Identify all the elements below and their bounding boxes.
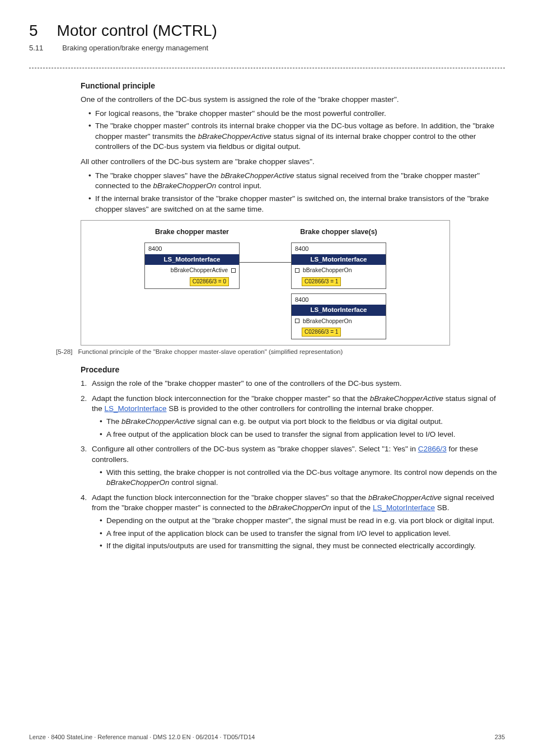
- text-italic: bBrakeChopperActive: [368, 493, 442, 502]
- text: SB.: [435, 503, 449, 512]
- text: With this setting, the brake chopper is …: [106, 468, 497, 477]
- text: signal can e.g. be output via port block…: [195, 417, 443, 426]
- section-title: Braking operation/brake energy managemen…: [62, 43, 208, 53]
- diagram-title-master: Brake chopper master: [155, 227, 229, 237]
- sub-bullet-list: With this setting, the brake chopper is …: [92, 468, 503, 488]
- section-header: 5.11 Braking operation/brake energy mana…: [29, 43, 505, 53]
- text: Configure all other controllers of the D…: [92, 445, 418, 453]
- ls-motorinterface-label: LS_MotorInterface: [145, 254, 239, 265]
- ls-motorinterface-label: LS_MotorInterface: [292, 254, 386, 265]
- device-label: 8400: [295, 245, 382, 253]
- port-icon: [295, 268, 299, 273]
- list-item: With this setting, the brake chopper is …: [100, 468, 503, 488]
- heading-functional-principle: Functional principle: [81, 81, 503, 91]
- list-item: Depending on the output at the "brake ch…: [100, 516, 503, 526]
- text-italic: bBrakeChopperOn: [268, 503, 331, 512]
- text: Adapt the function block interconnection…: [92, 493, 368, 502]
- list-item: The "brake chopper slaves" have the bBra…: [88, 171, 503, 192]
- list-number: 4.: [81, 493, 87, 503]
- port-icon: [295, 319, 299, 323]
- caption-number: [5-28]: [56, 348, 72, 357]
- text-italic: bBrakeChopperActive: [221, 171, 294, 180]
- link-ls-motorinterface[interactable]: LS_MotorInterface: [373, 503, 435, 512]
- text-italic: bBrakeChopperActive: [121, 417, 195, 426]
- diagram-title-slave: Brake chopper slave(s): [300, 227, 377, 237]
- paragraph: All other controllers of the DC-bus syst…: [81, 157, 503, 167]
- list-item: If the digital inputs/outputs are used f…: [100, 541, 503, 552]
- figure-caption: [5-28] Functional principle of the "Brak…: [81, 348, 503, 357]
- text: input of the: [331, 503, 373, 512]
- page-content: Functional principle One of the controll…: [29, 81, 505, 552]
- link-ls-motorinterface[interactable]: LS_MotorInterface: [105, 404, 167, 413]
- page-footer: Lenze · 8400 StateLine · Reference manua…: [29, 733, 505, 741]
- list-item: 3. Configure all other controllers of th…: [81, 444, 503, 488]
- link-c2866-3[interactable]: C2866/3: [418, 445, 447, 453]
- list-item: The bBrakeChopperActive signal can e.g. …: [100, 417, 503, 427]
- text-italic: bBrakeChopperOn: [106, 478, 170, 487]
- text: SB is provided to the other controllers …: [167, 404, 434, 413]
- code-tag: C02866/3 = 0: [190, 277, 229, 286]
- page-header: 5 Motor control (MCTRL): [29, 20, 505, 42]
- chapter-number: 5: [29, 20, 38, 42]
- diagram-col-slaves: Brake chopper slave(s) 8400 LS_MotorInte…: [291, 227, 386, 339]
- diagram-block-slave: 8400 LS_MotorInterface bBrakeChopperOn C…: [291, 293, 386, 339]
- page-number: 235: [495, 733, 505, 741]
- list-item: For logical reasons, the "brake chopper …: [88, 109, 503, 119]
- sub-bullet-list: The bBrakeChopperActive signal can e.g. …: [92, 417, 503, 440]
- device-label: 8400: [295, 296, 382, 304]
- list-item: The "brake chopper master" controls its …: [88, 121, 503, 152]
- list-number: 3.: [81, 444, 87, 455]
- code-tag: C02866/3 = 1: [302, 328, 341, 337]
- text: Adapt the function block interconnection…: [92, 394, 370, 403]
- paragraph: One of the controllers of the DC-bus sys…: [81, 95, 503, 105]
- signal-name: bBrakeChopperActive: [171, 266, 228, 274]
- chapter-title: Motor control (MCTRL): [57, 20, 217, 42]
- bullet-list: For logical reasons, the "brake chopper …: [81, 109, 503, 153]
- diagram-brake-chopper: Brake chopper master 8400 LS_MotorInterf…: [81, 220, 450, 346]
- list-item: 2. Adapt the function block interconnect…: [81, 394, 503, 440]
- connector-line: [240, 262, 291, 263]
- caption-text: Functional principle of the "Brake chopp…: [78, 348, 343, 357]
- sub-bullet-list: Depending on the output at the "brake ch…: [92, 516, 503, 552]
- numbered-list: 1. Assign the role of the "brake chopper…: [81, 379, 503, 552]
- text: control signal.: [170, 478, 218, 487]
- heading-procedure: Procedure: [81, 365, 503, 375]
- bullet-list: The "brake chopper slaves" have the bBra…: [81, 171, 503, 215]
- list-item: 1. Assign the role of the "brake chopper…: [81, 379, 503, 389]
- list-number: 1.: [81, 379, 87, 389]
- signal-name: bBrakeChopperOn: [303, 317, 352, 325]
- signal-name: bBrakeChopperOn: [303, 266, 352, 274]
- port-icon: [231, 268, 236, 273]
- text: The "brake chopper slaves" have the: [95, 171, 221, 180]
- device-label: 8400: [148, 245, 236, 253]
- text-italic: bBrakeChopperActive: [198, 132, 271, 141]
- diagram-block-slave: 8400 LS_MotorInterface bBrakeChopperOn C…: [291, 242, 386, 288]
- diagram-col-master: Brake chopper master 8400 LS_MotorInterf…: [144, 227, 240, 339]
- ls-motorinterface-label: LS_MotorInterface: [292, 305, 386, 316]
- list-item: A free output of the application block c…: [100, 430, 503, 440]
- separator-dashed: [29, 68, 505, 68]
- list-number: 2.: [81, 394, 87, 404]
- diagram-block-master: 8400 LS_MotorInterface bBrakeChopperActi…: [144, 242, 240, 288]
- section-number: 5.11: [29, 43, 43, 53]
- code-tag: C02866/3 = 1: [302, 277, 341, 286]
- text-italic: bBrakeChopperActive: [370, 394, 443, 403]
- list-item: If the internal brake transistor of the …: [88, 194, 503, 214]
- text: The: [106, 417, 121, 426]
- text: Assign the role of the "brake chopper ma…: [92, 379, 402, 388]
- list-item: A free input of the application block ca…: [100, 529, 503, 539]
- list-item: 4. Adapt the function block interconnect…: [81, 493, 503, 552]
- text-italic: bBrakeChopperOn: [153, 181, 217, 190]
- text: control input.: [216, 181, 261, 190]
- footer-left: Lenze · 8400 StateLine · Reference manua…: [29, 733, 255, 741]
